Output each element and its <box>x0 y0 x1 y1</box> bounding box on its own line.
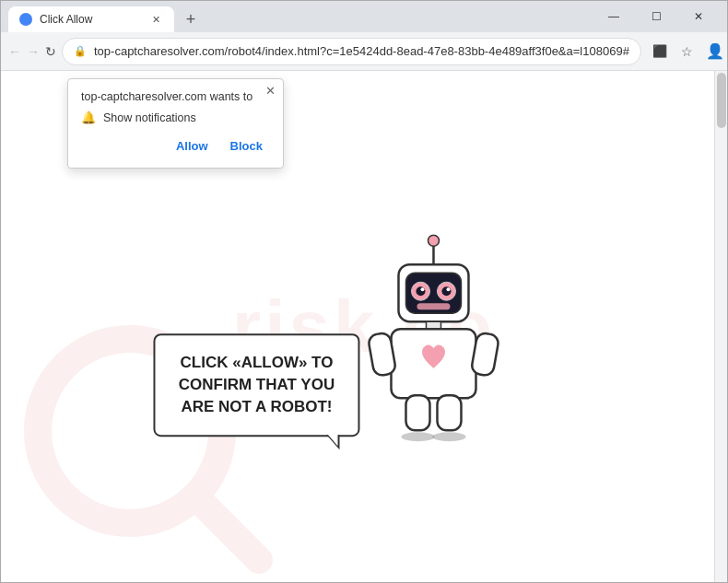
scrollbar-thumb[interactable] <box>717 73 726 128</box>
speech-bubble-text: CLICK «ALLOW» TO CONFIRM THAT YOU ARE NO… <box>177 352 335 417</box>
popup-notification-row: 🔔 Show notifications <box>81 111 270 124</box>
active-tab[interactable]: Click Allow ✕ <box>8 6 174 32</box>
popup-buttons: Allow Block <box>81 135 270 157</box>
window-controls: — ☐ ✕ <box>593 1 720 32</box>
popup-site-title: top-captcharesolver.com wants to <box>81 90 270 103</box>
svg-line-20 <box>199 500 259 560</box>
svg-point-6 <box>416 286 425 296</box>
tab-title: Click Allow <box>40 13 141 26</box>
svg-point-1 <box>428 235 439 246</box>
svg-point-8 <box>420 287 424 291</box>
lock-icon: 🔒 <box>74 45 87 57</box>
profile-button[interactable]: 👤 <box>702 39 728 64</box>
title-bar: Click Allow ✕ + — ☐ ✕ <box>1 1 727 32</box>
svg-point-9 <box>446 287 450 291</box>
block-button[interactable]: Block <box>223 135 270 157</box>
robot-svg <box>350 234 516 455</box>
back-button[interactable]: ← <box>8 39 21 64</box>
allow-button[interactable]: Allow <box>169 135 216 157</box>
tab-close-button[interactable]: ✕ <box>148 12 163 27</box>
close-button[interactable]: ✕ <box>677 1 720 32</box>
speech-bubble: CLICK «ALLOW» TO CONFIRM THAT YOU ARE NO… <box>153 333 359 436</box>
scrollbar[interactable] <box>714 71 727 582</box>
bell-icon: 🔔 <box>81 111 96 124</box>
notification-popup: ✕ top-captcharesolver.com wants to 🔔 Sho… <box>67 78 284 169</box>
speech-line-1: CLICK «ALLOW» TO CONFIRM THAT YOU <box>179 354 335 393</box>
svg-rect-15 <box>405 395 429 430</box>
page-content: risk.co ✕ top-captcharesolver.com wants … <box>1 71 727 582</box>
cast-button[interactable]: ⬛ <box>647 39 673 64</box>
navigation-bar: ← → ↻ 🔒 top-captcharesolver.com/robot4/i… <box>1 32 727 71</box>
main-content: CLICK «ALLOW» TO CONFIRM THAT YOU ARE NO… <box>153 234 516 455</box>
tab-favicon <box>19 13 32 26</box>
refresh-button[interactable]: ↻ <box>45 39 56 64</box>
bookmark-button[interactable]: ☆ <box>675 39 700 64</box>
browser-window: Click Allow ✕ + — ☐ ✕ ← → ↻ 🔒 top-captch… <box>0 0 728 583</box>
nav-actions: ⬛ ☆ 👤 ⋮ <box>647 39 728 64</box>
svg-rect-16 <box>437 395 461 430</box>
svg-point-18 <box>432 432 465 441</box>
robot-illustration <box>350 234 516 455</box>
speech-line-2: ARE NOT A ROBOT! <box>181 398 332 415</box>
svg-rect-10 <box>417 303 450 309</box>
tab-bar: Click Allow ✕ + <box>8 1 593 32</box>
minimize-button[interactable]: — <box>593 1 635 32</box>
new-tab-button[interactable]: + <box>178 6 204 32</box>
address-bar[interactable]: 🔒 top-captcharesolver.com/robot4/index.h… <box>62 38 641 65</box>
maximize-button[interactable]: ☐ <box>635 1 677 32</box>
popup-close-button[interactable]: ✕ <box>265 85 276 97</box>
svg-point-7 <box>441 286 451 296</box>
show-notifications-label: Show notifications <box>103 111 196 124</box>
forward-button[interactable]: → <box>27 39 40 64</box>
svg-point-17 <box>401 432 434 441</box>
url-text: top-captcharesolver.com/robot4/index.htm… <box>94 44 629 58</box>
